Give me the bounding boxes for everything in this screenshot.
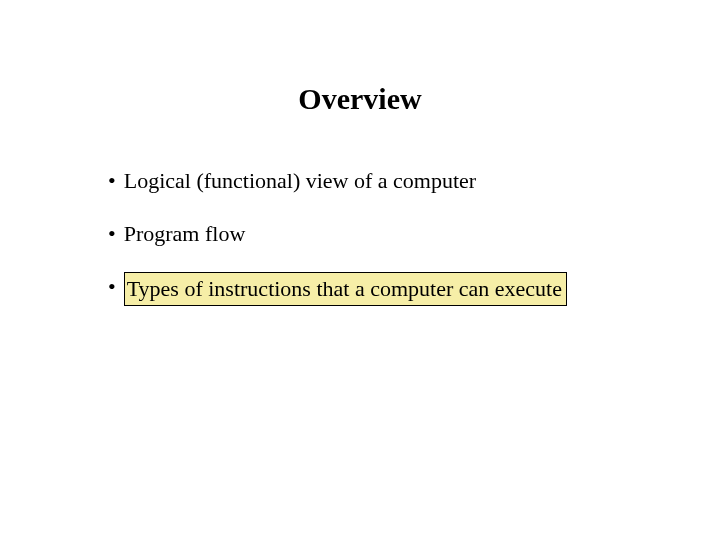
slide-title: Overview [0,82,720,116]
bullet-item: • Logical (functional) view of a compute… [108,166,720,197]
bullet-list: • Logical (functional) view of a compute… [108,166,720,306]
bullet-item: • Types of instructions that a computer … [108,272,720,307]
bullet-marker: • [108,166,116,197]
bullet-text: Program flow [124,219,246,250]
bullet-marker: • [108,272,116,303]
bullet-marker: • [108,219,116,250]
bullet-item: • Program flow [108,219,720,250]
bullet-text-highlighted: Types of instructions that a computer ca… [124,272,567,307]
slide: Overview • Logical (functional) view of … [0,82,720,540]
bullet-text: Logical (functional) view of a computer [124,166,476,197]
